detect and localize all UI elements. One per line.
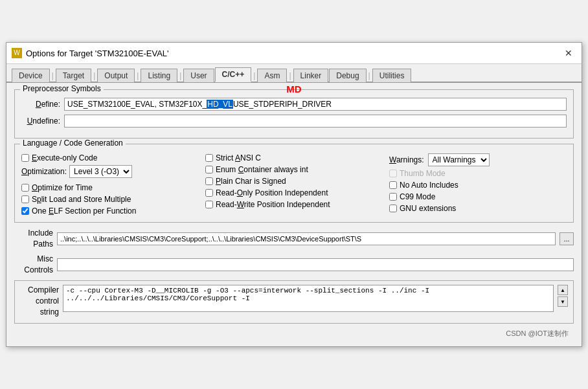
preprocessor-group-label: Preprocessor Symbols bbox=[20, 84, 104, 93]
gnu-extensions-label: GNU extensions bbox=[400, 204, 456, 213]
scroll-arrows: ▲ ▼ bbox=[558, 285, 568, 307]
optimization-label: Optimization: bbox=[21, 167, 67, 176]
enum-container-row: Enum Container always int bbox=[205, 165, 383, 174]
optimize-time-checkbox[interactable] bbox=[21, 184, 29, 192]
tab-asm[interactable]: Asm bbox=[257, 69, 287, 82]
c99-mode-row: C99 Mode bbox=[389, 192, 567, 201]
tab-utilities[interactable]: Utilities bbox=[372, 69, 412, 82]
include-section: IncludePaths ... MiscControls bbox=[14, 228, 574, 275]
preprocessor-group: Preprocessor Symbols MD Define: USE_STM3… bbox=[14, 89, 574, 139]
compiler-label: Compilercontrolstring bbox=[20, 285, 59, 317]
lang-col1: Execute-only Code Optimization: Level 0 … bbox=[21, 153, 199, 216]
c99-mode-label: C99 Mode bbox=[400, 192, 435, 201]
gnu-extensions-checkbox[interactable] bbox=[389, 205, 397, 212]
read-write-pos-checkbox[interactable] bbox=[205, 201, 213, 208]
no-auto-includes-checkbox[interactable] bbox=[389, 181, 397, 189]
read-write-pos-row: Read-Write Position Independent bbox=[205, 200, 383, 209]
enum-container-label: Enum Container always int bbox=[216, 165, 308, 174]
define-input[interactable]: USE_STM32100E_EVAL, STM32F10X_HD_VL USE_… bbox=[64, 98, 567, 111]
gnu-extensions-row: GNU extensions bbox=[389, 204, 567, 213]
define-text-pre: USE_STM32100E_EVAL, STM32F10X_ bbox=[67, 100, 207, 109]
undefine-input[interactable] bbox=[64, 115, 567, 128]
include-paths-input[interactable] bbox=[57, 232, 556, 245]
misc-controls-row: MiscControls bbox=[14, 254, 574, 276]
enum-container-checkbox[interactable] bbox=[205, 166, 213, 173]
tab-linker[interactable]: Linker bbox=[293, 69, 329, 82]
undefine-label: Undefine: bbox=[21, 117, 60, 126]
thumb-mode-label: Thumb Mode bbox=[400, 169, 446, 178]
split-load-row: Split Load and Store Multiple bbox=[21, 195, 199, 204]
split-load-checkbox[interactable] bbox=[21, 195, 29, 203]
plain-char-checkbox[interactable] bbox=[205, 177, 213, 185]
close-button[interactable]: ✕ bbox=[561, 47, 576, 60]
read-only-pos-row: Read-Only Position Independent bbox=[205, 188, 383, 197]
define-text-post: USE_STDPERIPH_DRIVER bbox=[233, 100, 332, 109]
lang-col3: Warnings: No Warnings All Warnings Thumb… bbox=[389, 153, 567, 216]
optimize-time-label: Optimize for Time bbox=[32, 183, 93, 192]
warnings-label: Warnings: bbox=[389, 155, 424, 164]
c99-mode-checkbox[interactable] bbox=[389, 193, 397, 201]
define-row: Define: USE_STM32100E_EVAL, STM32F10X_HD… bbox=[21, 98, 567, 111]
read-write-pos-label: Read-Write Position Independent bbox=[216, 200, 330, 209]
read-only-pos-checkbox[interactable] bbox=[205, 189, 213, 197]
tab-user[interactable]: User bbox=[183, 69, 214, 82]
include-paths-label: IncludePaths bbox=[14, 228, 53, 250]
plain-char-label: Plain Char is Signed bbox=[216, 177, 286, 186]
no-auto-includes-row: No Auto Includes bbox=[389, 181, 567, 190]
scroll-up-button[interactable]: ▲ bbox=[558, 285, 568, 295]
tab-device[interactable]: Device bbox=[12, 69, 50, 82]
strict-ansi-label: Strict ANSI C bbox=[216, 153, 261, 162]
execute-only-row: Execute-only Code bbox=[21, 153, 199, 162]
md-label: MD bbox=[286, 83, 301, 94]
tab-target[interactable]: Target bbox=[56, 69, 91, 82]
thumb-mode-row: Thumb Mode bbox=[389, 169, 567, 178]
tab-bar: Device | Target | Output | Listing | Use… bbox=[6, 64, 582, 83]
language-group: Language / Code Generation Execute-only … bbox=[14, 144, 574, 223]
content-area: Preprocessor Symbols MD Define: USE_STM3… bbox=[6, 83, 582, 346]
title-bar-left: W Options for Target 'STM32100E-EVAL' bbox=[12, 48, 169, 58]
main-window: W Options for Target 'STM32100E-EVAL' ✕ … bbox=[6, 42, 582, 347]
compiler-textarea[interactable]: -c --cpu Cortex-M3 -D__MICROLIB -g -O3 -… bbox=[63, 285, 554, 312]
compiler-section: Compilercontrolstring -c --cpu Cortex-M3… bbox=[20, 285, 568, 317]
title-bar: W Options for Target 'STM32100E-EVAL' ✕ bbox=[6, 43, 582, 64]
optimize-time-row: Optimize for Time bbox=[21, 183, 199, 192]
one-elf-checkbox[interactable] bbox=[21, 207, 29, 215]
tab-cpp[interactable]: C/C++ bbox=[215, 67, 252, 82]
one-elf-label: One ELF Section per Function bbox=[32, 206, 136, 216]
app-icon: W bbox=[12, 48, 22, 58]
define-label: Define: bbox=[21, 100, 60, 109]
misc-controls-input[interactable] bbox=[57, 258, 574, 271]
preprocessor-inner: MD Define: USE_STM32100E_EVAL, STM32F10X… bbox=[21, 95, 567, 128]
split-load-label: Split Load and Store Multiple bbox=[32, 195, 131, 204]
one-elf-row: One ELF Section per Function bbox=[21, 206, 199, 216]
language-grid: Execute-only Code Optimization: Level 0 … bbox=[21, 153, 567, 216]
execute-only-label: Execute-only Code bbox=[32, 153, 97, 162]
undefine-row: Undefine: bbox=[21, 115, 567, 128]
execute-only-checkbox[interactable] bbox=[21, 154, 29, 162]
tab-listing[interactable]: Listing bbox=[141, 69, 177, 82]
lang-col2: Strict ANSI C Enum Container always int … bbox=[205, 153, 383, 216]
read-only-pos-label: Read-Only Position Independent bbox=[216, 188, 328, 197]
warnings-select[interactable]: No Warnings All Warnings bbox=[428, 153, 490, 166]
strict-ansi-row: Strict ANSI C bbox=[205, 153, 383, 162]
include-paths-browse[interactable]: ... bbox=[560, 232, 574, 245]
include-paths-row: IncludePaths ... bbox=[14, 228, 574, 250]
strict-ansi-checkbox[interactable] bbox=[205, 154, 213, 162]
optimization-row: Optimization: Level 0 (-O0) Level 1 (-O1… bbox=[21, 165, 199, 178]
misc-controls-label: MiscControls bbox=[14, 254, 53, 276]
optimization-select[interactable]: Level 0 (-O0) Level 1 (-O1) Level 2 (-O2… bbox=[69, 165, 132, 178]
window-title: Options for Target 'STM32100E-EVAL' bbox=[26, 49, 169, 58]
plain-char-row: Plain Char is Signed bbox=[205, 177, 383, 186]
watermark: CSDN @IOT迷制作 bbox=[14, 326, 574, 340]
tab-output[interactable]: Output bbox=[97, 69, 135, 82]
thumb-mode-checkbox[interactable] bbox=[389, 170, 397, 177]
no-auto-includes-label: No Auto Includes bbox=[400, 181, 458, 190]
tab-debug[interactable]: Debug bbox=[329, 69, 366, 82]
scroll-down-button[interactable]: ▼ bbox=[558, 296, 568, 307]
language-group-label: Language / Code Generation bbox=[20, 139, 126, 148]
warnings-row: Warnings: No Warnings All Warnings bbox=[389, 153, 567, 166]
define-text-selected: HD_VL bbox=[207, 100, 233, 109]
